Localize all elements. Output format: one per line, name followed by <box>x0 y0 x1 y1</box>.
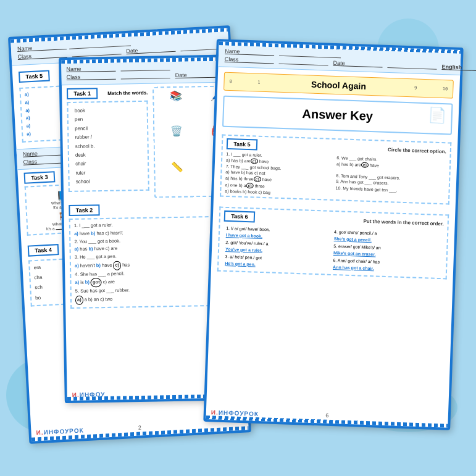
task5-answers-grid: 1. I ___ got a ruler. 6. We ___ got chai… <box>225 152 446 201</box>
task5-answer-box: Task 5 Circle the correct option. 1. I _… <box>220 135 451 205</box>
answer-key-box: 📄 Answer Key <box>222 96 453 135</box>
page-num-3: 6 <box>325 412 328 419</box>
task5-label: Task 5 <box>19 70 50 83</box>
task4-label: Task 4 <box>28 244 59 257</box>
watermark-i-3: И. <box>211 409 219 415</box>
word-list-box: book pen pencil rubber / school b. desk … <box>67 101 149 192</box>
task5-instruction-ak: Circle the correct option. <box>269 143 446 154</box>
english-label-ak: English <box>441 64 476 72</box>
task5-answer-section: Task 5 Circle the correct option. 1. I _… <box>214 129 458 210</box>
ruler-0: 0 <box>229 79 232 84</box>
task1-label: Task 1 <box>67 88 98 99</box>
ruler: 0 1 9 10 School Again <box>223 72 454 99</box>
task3-label: Task 3 <box>23 171 55 184</box>
name-label-mid: Name <box>66 65 115 72</box>
ruler-10: 10 <box>443 86 448 91</box>
task6-q3: 3. a/ he's/ pen./ got He's got a pen. <box>225 254 332 270</box>
corner-fold-icon: 📄 <box>427 106 446 124</box>
answer-key-title: Answer Key <box>228 104 446 126</box>
ruler-1: 1 <box>257 80 260 85</box>
class-label-mid: Class <box>67 73 116 80</box>
page-num-1: 2 <box>138 424 142 430</box>
answer-key-card: Name Class Date English 0 1 9 10 School … <box>203 39 463 430</box>
task6-answer-box: Task 6 Put the words in the correct orde… <box>217 207 449 280</box>
watermark-text: ИНФОУРОК <box>43 427 84 435</box>
watermark-i: И. <box>36 429 44 436</box>
name-label: Name <box>17 43 67 52</box>
name-label-ak: Name <box>225 48 274 56</box>
word-list: book pen pencil rubber / school b. desk … <box>72 104 144 188</box>
task6-instruction-ak: Put the words in the correct order. <box>266 215 444 227</box>
task2-label: Task 2 <box>69 204 99 216</box>
task1-left: Task 1 Match the words. book pen pencil … <box>67 87 149 199</box>
date-label: Date <box>126 46 175 54</box>
task6-answer-section: Task 6 Put the words in the correct orde… <box>211 201 456 285</box>
date-label-ak: Date <box>333 60 383 68</box>
ruler-title: School Again <box>311 80 366 91</box>
task5-label-ak: Task 5 <box>227 138 258 151</box>
task6-label-ak: Task 6 <box>224 211 256 223</box>
ruler-9: 9 <box>414 85 417 90</box>
class-label-ak: Class <box>225 56 274 64</box>
task6-answers-grid: 1. I/ a/ got/ have/ book. I have got a b… <box>222 224 443 275</box>
task6-q6: 6. Ann/ got/ chair/ a/ has Ann has got a… <box>333 257 440 274</box>
task1-instruction: Match the words. <box>107 90 148 96</box>
school-item-4: 🗑️ <box>157 125 196 159</box>
school-item-7: 📏 <box>157 161 196 194</box>
school-item-1: 📚 <box>156 90 195 123</box>
word-item: school <box>76 177 143 186</box>
